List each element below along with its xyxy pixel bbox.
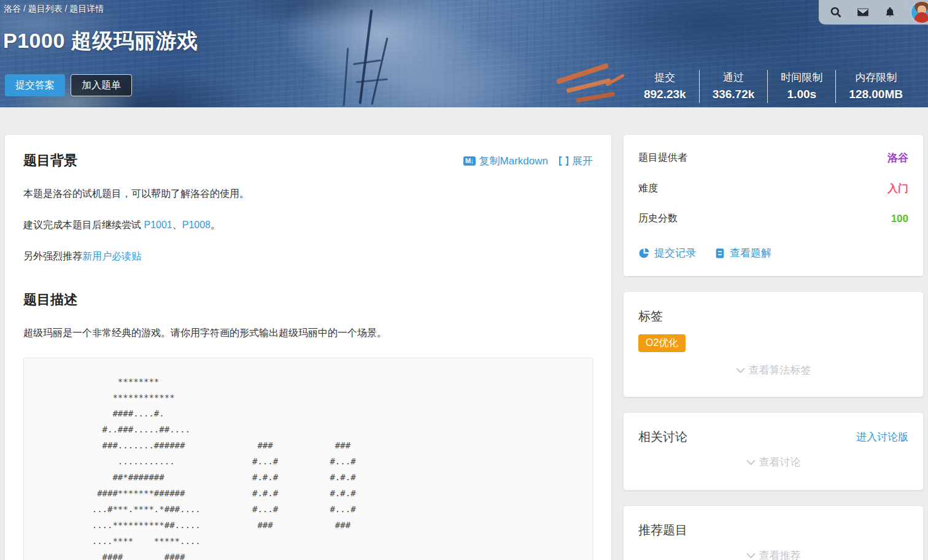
copy-markdown-label: 复制Markdown — [479, 154, 548, 168]
problem-header: 洛谷 / 题目列表 / 题目详情 P1000 超级玛丽游戏 提交答案 加入题单 … — [0, 0, 928, 107]
recommend-card: 推荐题目 查看推荐 — [624, 506, 923, 560]
markdown-icon: M↓ — [463, 156, 476, 166]
user-avatar[interactable] — [911, 1, 928, 23]
sidebar: 题目提供者 洛谷 难度 入门 历史分数 100 提交记录 查看题解 — [624, 135, 923, 560]
stat-value: 892.23k — [644, 86, 686, 103]
stat-label: 提交 — [644, 70, 686, 86]
paragraph-text: 、 — [172, 220, 182, 230]
expand-icon — [559, 156, 568, 166]
tag-o2[interactable]: O2优化 — [638, 334, 686, 352]
tags-heading: 标签 — [638, 308, 908, 324]
chevron-down-icon — [736, 367, 745, 374]
description-heading: 题目描述 — [23, 291, 77, 309]
hero-actions: 提交答案 加入题单 — [5, 74, 132, 96]
background-paragraph-1: 本题是洛谷的试机题目，可以帮助了解洛谷的使用。 — [23, 186, 593, 201]
description-section-header: 题目描述 — [23, 291, 593, 309]
search-icon[interactable] — [830, 6, 842, 18]
meta-links: 提交记录 查看题解 — [638, 246, 908, 260]
paragraph-text: 另外强烈推荐 — [23, 251, 82, 261]
link-p1008[interactable]: P1008 — [182, 220, 211, 230]
meta-row-provider: 题目提供者 洛谷 — [638, 151, 908, 165]
recommend-heading: 推荐题目 — [638, 522, 908, 539]
discussion-heading: 相关讨论 — [638, 429, 687, 445]
topbar-user-area — [819, 0, 928, 25]
background-heading: 题目背景 — [23, 152, 77, 170]
page-title: P1000 超级玛丽游戏 — [3, 27, 198, 55]
add-to-problem-list-button[interactable]: 加入题单 — [71, 74, 132, 96]
link-p1001[interactable]: P1001 — [144, 220, 172, 230]
submission-records-label: 提交记录 — [654, 246, 696, 260]
view-recommendations-button[interactable]: 查看推荐 — [638, 548, 908, 560]
discussion-card: 相关讨论 进入讨论版 查看讨论 — [624, 413, 923, 490]
problem-meta-card: 题目提供者 洛谷 难度 入门 历史分数 100 提交记录 查看题解 — [624, 135, 923, 276]
pie-chart-icon — [638, 247, 650, 259]
copy-markdown-button[interactable]: M↓ 复制Markdown — [463, 154, 548, 168]
meta-row-score: 历史分数 100 — [638, 212, 908, 225]
stat-memory-limit: 内存限制 128.00MB — [835, 70, 916, 103]
breadcrumb-separator: / — [63, 4, 70, 13]
stat-label: 通过 — [713, 70, 755, 86]
problem-statement-card: 题目背景 M↓ 复制Markdown 展开 本题是洛谷的试机题目，可以帮助了解洛… — [5, 135, 611, 560]
view-algorithm-tags-label: 查看算法标签 — [749, 363, 811, 377]
paragraph-text: 。 — [211, 220, 220, 230]
view-discussions-label: 查看讨论 — [759, 455, 801, 469]
stat-value: 336.72k — [713, 86, 755, 103]
view-algorithm-tags-button[interactable]: 查看算法标签 — [638, 363, 908, 377]
enter-discussion-board-link[interactable]: 进入讨论版 — [856, 430, 908, 444]
statement-actions: M↓ 复制Markdown 展开 — [463, 154, 593, 168]
breadcrumb-separator: / — [21, 4, 28, 13]
background-section-header: 题目背景 M↓ 复制Markdown 展开 — [23, 152, 593, 170]
tags-card: 标签 O2优化 查看算法标签 — [624, 292, 923, 397]
expand-button[interactable]: 展开 — [559, 154, 593, 168]
background-paragraph-2: 建议完成本题目后继续尝试 P1001、P1008。 — [23, 217, 593, 232]
difficulty-value[interactable]: 入门 — [887, 182, 908, 196]
bell-icon[interactable] — [884, 6, 896, 18]
breadcrumb-home-link[interactable]: 洛谷 — [4, 4, 21, 13]
ascii-art-block: ******** ************ ####....#. #..###.… — [23, 358, 593, 560]
link-newbie-post[interactable]: 新用户必读贴 — [82, 251, 141, 261]
page-content: 题目背景 M↓ 复制Markdown 展开 本题是洛谷的试机题目，可以帮助了解洛… — [0, 107, 928, 560]
paragraph-text: 建议完成本题目后继续尝试 — [23, 220, 144, 230]
view-solutions-label: 查看题解 — [730, 246, 771, 260]
view-discussions-button[interactable]: 查看讨论 — [638, 455, 908, 469]
meta-row-difficulty: 难度 入门 — [638, 182, 908, 196]
score-value: 100 — [891, 213, 908, 225]
provider-label: 题目提供者 — [638, 152, 687, 164]
description-paragraph-1: 超级玛丽是一个非常经典的游戏。请你用字符画的形式输出超级玛丽中的一个场景。 — [23, 325, 593, 340]
breadcrumb: 洛谷 / 题目列表 / 题目详情 — [4, 4, 104, 15]
breadcrumb-problem-list-link[interactable]: 题目列表 — [28, 4, 63, 13]
provider-value[interactable]: 洛谷 — [887, 151, 908, 165]
stat-time-limit: 时间限制 1.00s — [767, 70, 835, 103]
chevron-down-icon — [746, 553, 756, 559]
solution-book-icon — [714, 248, 725, 259]
score-label: 历史分数 — [638, 212, 678, 225]
view-solutions-link[interactable]: 查看题解 — [714, 246, 771, 260]
stat-value: 1.00s — [781, 86, 822, 103]
ascii-art: ******** ************ ####....#. #..###.… — [35, 374, 581, 560]
mail-icon[interactable] — [857, 6, 869, 18]
stat-label: 时间限制 — [781, 70, 822, 86]
difficulty-label: 难度 — [638, 182, 658, 195]
background-paragraph-3: 另外强烈推荐新用户必读贴 — [23, 248, 593, 264]
submission-records-link[interactable]: 提交记录 — [638, 246, 696, 260]
view-recommendations-label: 查看推荐 — [759, 548, 801, 560]
expand-label: 展开 — [572, 154, 593, 168]
stat-submissions: 提交 892.23k — [631, 70, 699, 103]
chevron-down-icon — [746, 459, 756, 466]
stat-label: 内存限制 — [849, 70, 903, 86]
problem-stats: 提交 892.23k 通过 336.72k 时间限制 1.00s 内存限制 12… — [631, 70, 916, 103]
stat-accepted: 通过 336.72k — [699, 70, 768, 103]
breadcrumb-current: 题目详情 — [69, 4, 104, 13]
stat-value: 128.00MB — [849, 86, 903, 103]
discussion-header: 相关讨论 进入讨论版 — [638, 429, 908, 445]
submit-answer-button[interactable]: 提交答案 — [5, 74, 65, 96]
